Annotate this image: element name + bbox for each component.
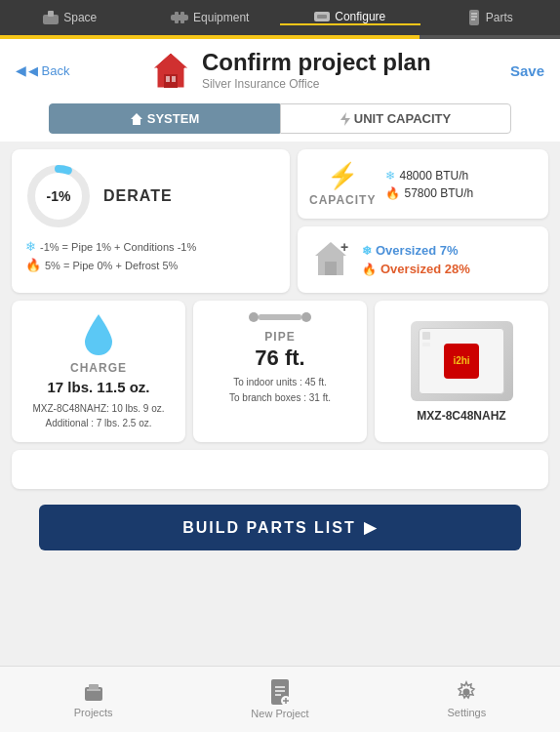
nav-label-equipment: Equipment <box>193 11 249 24</box>
svg-rect-2 <box>171 15 188 20</box>
page-title: Confirm project plan <box>202 50 431 75</box>
cap-val-1-text: 48000 BTU/h <box>399 169 468 183</box>
donut-value: -1% <box>47 188 71 204</box>
flame-icon-1: 🔥 <box>25 258 41 272</box>
svg-text:+: + <box>340 239 348 255</box>
save-label: Save <box>510 62 544 79</box>
home-tab-icon <box>130 112 143 126</box>
oversized-val2: 🔥 Oversized 28% <box>362 262 470 276</box>
cap-val-2-text: 57800 BTU/h <box>404 186 473 200</box>
build-arrow-icon: ▶ <box>364 518 378 537</box>
oversized-card: + ❄ Oversized 7% 🔥 Oversized 28% <box>298 226 548 293</box>
charge-line1: MXZ-8C48NAHZ: 10 lbs. 9 oz. <box>32 401 164 416</box>
row2: CHARGE 17 lbs. 11.5 oz. MXZ-8C48NAHZ: 10… <box>12 301 548 442</box>
page-subtitle: Silver Insurance Office <box>202 77 431 91</box>
snowflake-icon-1: ❄ <box>25 239 36 254</box>
capacity-title: CAPACITY <box>309 193 376 207</box>
svg-rect-7 <box>469 10 479 25</box>
capacity-card: ⚡ CAPACITY ❄ 48000 BTU/h 🔥 57800 BTU/h <box>298 149 548 219</box>
pipe-line2: To branch boxes : 31 ft. <box>229 390 331 406</box>
bottom-nav-new-project-label: New Project <box>251 708 308 719</box>
svg-rect-1 <box>48 11 54 17</box>
svg-rect-4 <box>180 12 184 23</box>
row3 <box>12 450 548 489</box>
pipe-title: PIPE <box>264 330 295 344</box>
nav-item-space[interactable]: Space <box>0 11 140 24</box>
flame-icon-ov2: 🔥 <box>362 263 377 276</box>
nav-item-configure[interactable]: Configure <box>280 10 420 25</box>
charge-card: CHARGE 17 lbs. 11.5 oz. MXZ-8C48NAHZ: 10… <box>12 301 185 442</box>
bottom-nav-projects-label: Projects <box>74 707 113 718</box>
svg-marker-15 <box>131 113 142 125</box>
svg-marker-16 <box>340 112 350 126</box>
bottom-nav-settings[interactable]: Settings <box>374 680 560 718</box>
main-content: -1% DERATE ❄ -1% = Pipe 1% + Conditions … <box>0 142 560 497</box>
header: ◀ ◀ Back Confirm project plan Silver Ins… <box>0 39 560 98</box>
bottom-nav-projects[interactable]: Projects <box>0 680 186 718</box>
build-parts-button[interactable]: BUILD PARTS LIST ▶ <box>39 505 521 550</box>
tab-unit-capacity-label: UNIT CAPACITY <box>354 111 451 126</box>
back-label: ◀ Back <box>28 63 70 78</box>
right-col: ⚡ CAPACITY ❄ 48000 BTU/h 🔥 57800 BTU/h <box>298 149 548 293</box>
build-label: BUILD PARTS LIST <box>182 519 355 537</box>
settings-icon <box>455 680 478 704</box>
water-drop-icon <box>82 312 115 355</box>
tab-system[interactable]: SYSTEM <box>49 103 280 134</box>
capacity-inner: ⚡ CAPACITY ❄ 48000 BTU/h 🔥 57800 BTU/h <box>309 161 537 207</box>
title-group: Confirm project plan Silver Insurance Of… <box>202 50 431 91</box>
configure-icon <box>314 10 330 23</box>
unit-badge-text: i2hi <box>453 356 469 366</box>
oversized-values: ❄ Oversized 7% 🔥 Oversized 28% <box>362 243 470 276</box>
svg-rect-3 <box>175 12 179 23</box>
svg-rect-20 <box>325 262 337 275</box>
bottom-nav-new-project[interactable]: New Project <box>186 679 373 719</box>
derate-stat1-text: -1% = Pipe 1% + Conditions -1% <box>40 241 196 253</box>
equipment-icon <box>171 12 188 23</box>
charge-line2: Additional : 7 lbs. 2.5 oz. <box>46 416 152 430</box>
oversized-inner: + ❄ Oversized 7% 🔥 Oversized 28% <box>309 238 537 281</box>
flame-icon-cap: 🔥 <box>385 186 400 200</box>
charge-title: CHARGE <box>70 361 127 375</box>
nav-item-parts[interactable]: Parts <box>420 10 561 25</box>
save-button[interactable]: Save <box>510 49 544 79</box>
nav-item-equipment[interactable]: Equipment <box>140 11 281 24</box>
cap-val-1: ❄ 48000 BTU/h <box>385 169 473 183</box>
build-section: BUILD PARTS LIST ▶ <box>0 497 560 556</box>
pipe-visual <box>249 312 311 322</box>
pipe-card: PIPE 76 ft. To indoor units : 45 ft. To … <box>193 301 367 442</box>
top-nav: Space Equipment Configure Parts <box>0 0 560 35</box>
app-logo <box>149 49 192 92</box>
oversized-val1-text: Oversized 7% <box>376 243 459 258</box>
tab-bar: SYSTEM UNIT CAPACITY <box>0 98 560 142</box>
back-arrow-icon: ◀ <box>16 62 26 78</box>
tab-system-label: SYSTEM <box>147 111 199 126</box>
bottom-nav-settings-label: Settings <box>447 707 486 718</box>
cap-val-2: 🔥 57800 BTU/h <box>385 186 473 200</box>
derate-stat2-text: 5% = Pipe 0% + Defrost 5% <box>45 260 178 271</box>
nav-label-configure: Configure <box>335 10 385 23</box>
projects-icon <box>82 680 105 704</box>
new-project-icon <box>269 679 291 705</box>
snowflake-icon-cap: ❄ <box>385 169 395 183</box>
pipe-main: 76 ft. <box>255 346 304 371</box>
svg-rect-13 <box>166 76 170 82</box>
bottom-placeholder-card <box>12 450 548 489</box>
back-button[interactable]: ◀ ◀ Back <box>16 49 70 78</box>
nav-label-space: Space <box>63 11 97 24</box>
lightning-icon: ⚡ <box>309 161 376 191</box>
derate-donut: -1% <box>25 163 92 229</box>
unit-card: i2hi MXZ-8C48NAHZ <box>375 301 548 442</box>
snowflake-icon-ov1: ❄ <box>362 244 372 258</box>
header-center: Confirm project plan Silver Insurance Of… <box>149 49 431 92</box>
charge-main: 17 lbs. 11.5 oz. <box>47 379 149 395</box>
capacity-title-col: ⚡ CAPACITY <box>309 161 376 207</box>
oversized-val1: ❄ Oversized 7% <box>362 243 470 258</box>
derate-card: -1% DERATE ❄ -1% = Pipe 1% + Conditions … <box>12 149 290 293</box>
derate-stats: ❄ -1% = Pipe 1% + Conditions -1% 🔥 5% = … <box>25 239 276 272</box>
svg-rect-14 <box>172 76 176 82</box>
tab-unit-capacity[interactable]: UNIT CAPACITY <box>280 103 511 134</box>
unit-image: i2hi <box>411 321 513 401</box>
capacity-values: ❄ 48000 BTU/h 🔥 57800 BTU/h <box>385 169 473 200</box>
oversized-val2-text: Oversized 28% <box>380 262 470 276</box>
svg-rect-24 <box>87 689 100 691</box>
